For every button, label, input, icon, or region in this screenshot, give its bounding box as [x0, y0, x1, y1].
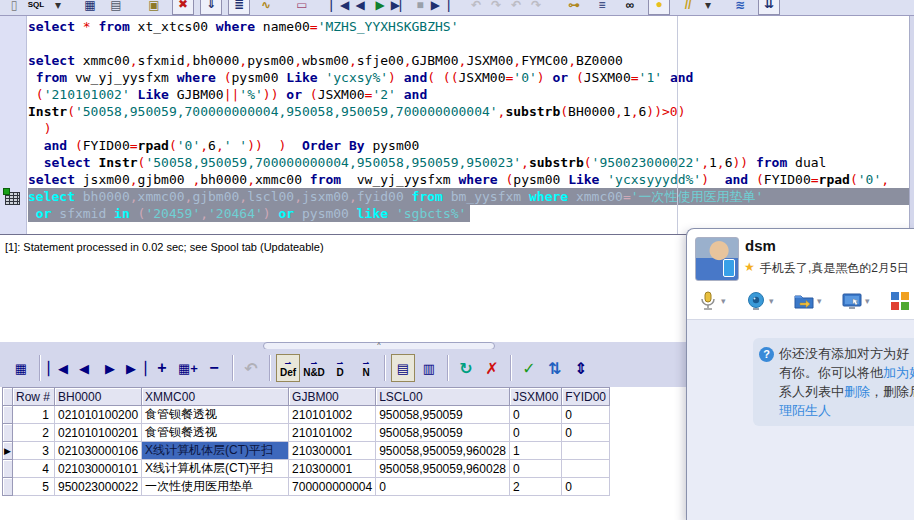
stop-errors-icon[interactable]: ✖: [172, 0, 194, 15]
prev-record-button[interactable]: ◀: [72, 354, 96, 382]
grid-cell[interactable]: 021010100200: [55, 406, 142, 424]
grid-cell[interactable]: 食管钡餐透视: [142, 424, 289, 442]
grid-cell[interactable]: 1: [13, 406, 55, 424]
insert-null-and-default-button[interactable]: ⇀N&D: [302, 354, 326, 382]
grid-cell[interactable]: 021030000106: [55, 442, 142, 460]
grid-cell[interactable]: [562, 442, 610, 460]
chat-link[interactable]: 加为好: [883, 365, 914, 380]
grid-column-header[interactable]: GJBM00: [289, 388, 376, 406]
avatar[interactable]: [695, 237, 739, 281]
fetch-last-icon[interactable]: ▶▕: [430, 0, 450, 15]
import-icon[interactable]: ⇓: [200, 0, 222, 15]
insert-default-button[interactable]: ⇀Def: [276, 354, 300, 382]
caret-down-icon[interactable]: ▾: [865, 296, 879, 306]
row-selector[interactable]: [3, 460, 13, 478]
refresh-button[interactable]: ↻: [454, 354, 478, 382]
message-icon[interactable]: ▭: [292, 0, 312, 15]
apps-grid-icon[interactable]: [887, 288, 913, 314]
row-selector[interactable]: [3, 478, 13, 496]
grid-cell[interactable]: 食管钡餐透视: [142, 406, 289, 424]
redo-icon[interactable]: ↷: [486, 0, 506, 15]
caret-down-icon[interactable]: ▾: [48, 0, 68, 15]
insert-record-button[interactable]: +: [150, 354, 174, 382]
ddl-list-icon[interactable]: ≡: [592, 0, 612, 15]
print-icon[interactable]: ▤: [106, 0, 126, 15]
grid-column-header[interactable]: FYID00: [562, 388, 610, 406]
row-height-button[interactable]: ⇕: [569, 354, 593, 382]
grid-cell[interactable]: 0: [510, 424, 562, 442]
chat-link[interactable]: 理陌生人: [779, 403, 831, 418]
grid-cell[interactable]: 0: [562, 478, 610, 496]
grid-cell[interactable]: 4: [13, 460, 55, 478]
picture-icon[interactable]: ▣: [144, 0, 164, 15]
grid-cell[interactable]: 0: [510, 406, 562, 424]
sql-code[interactable]: select * from xt_xtcs00 where name00='MZ…: [28, 18, 914, 222]
grid-cell[interactable]: 1: [510, 442, 562, 460]
grid-column-header[interactable]: BH0000: [55, 388, 142, 406]
grid-cell[interactable]: 950058,950059: [376, 424, 510, 442]
grid-cell[interactable]: 0: [510, 460, 562, 478]
row-selector[interactable]: ▶: [3, 442, 13, 460]
redo-all-icon[interactable]: ↷: [526, 0, 546, 15]
undo-icon[interactable]: ↶: [466, 0, 486, 15]
editor-scrollbar[interactable]: [909, 16, 914, 234]
prev-row-icon[interactable]: ◀: [350, 0, 370, 15]
grid-column-header[interactable]: JSXM00: [510, 388, 562, 406]
grid-cell[interactable]: 021010100201: [55, 424, 142, 442]
next-record-button[interactable]: ▶: [98, 354, 122, 382]
grid-column-header[interactable]: XMMC00: [142, 388, 289, 406]
key-icon[interactable]: ⊶: [564, 0, 584, 15]
voice-call-icon[interactable]: [695, 288, 721, 314]
grid-column-header[interactable]: LSCL00: [376, 388, 510, 406]
save-icon[interactable]: ▦: [80, 0, 100, 15]
cancel-query-button[interactable]: ✗: [480, 354, 504, 382]
grid-cell[interactable]: 2: [510, 478, 562, 496]
database-icon[interactable]: ≋: [730, 0, 750, 15]
last-record-button[interactable]: ▶▕: [124, 354, 148, 382]
caret-down-icon[interactable]: ▾: [769, 296, 783, 306]
undo-edit-button[interactable]: ↶: [239, 354, 263, 382]
duplicate-record-button[interactable]: ▦+: [176, 354, 200, 382]
grid-view-button[interactable]: ▤: [391, 354, 415, 382]
delete-record-button[interactable]: −: [202, 354, 226, 382]
caret-down-icon[interactable]: ▾: [721, 296, 735, 306]
commit-button[interactable]: ✓: [517, 354, 541, 382]
next-page-icon[interactable]: ▶▏: [390, 0, 410, 15]
grid-cell[interactable]: [562, 460, 610, 478]
hint-icon[interactable]: ●: [648, 0, 670, 15]
caret-down-icon[interactable]: ▾: [817, 296, 831, 306]
new-sql-file-icon[interactable]: ▯: [4, 0, 24, 15]
grid-cell[interactable]: 0: [376, 478, 510, 496]
grid-cell[interactable]: 021030000101: [55, 460, 142, 478]
grid-cell[interactable]: 210300001: [289, 460, 376, 478]
grid-cell[interactable]: 210300001: [289, 442, 376, 460]
insert-null-button[interactable]: ⇀N: [354, 354, 378, 382]
grid-cell[interactable]: 0: [562, 424, 610, 442]
grid-cell[interactable]: 210101002: [289, 424, 376, 442]
grid-cell[interactable]: 210101002: [289, 406, 376, 424]
chat-link[interactable]: 删除: [844, 384, 870, 399]
grid-cell[interactable]: 950058,950059,960028: [376, 460, 510, 478]
row-selector[interactable]: [3, 424, 13, 442]
file-transfer-icon[interactable]: [791, 288, 817, 314]
grid-cell[interactable]: 一次性使用医用垫单: [142, 478, 289, 496]
find-icon[interactable]: ∞: [620, 0, 640, 15]
grid-cell[interactable]: 2: [13, 424, 55, 442]
grid-cell[interactable]: 0: [562, 406, 610, 424]
grid-cell[interactable]: 5: [13, 478, 55, 496]
comment-icon[interactable]: //: [678, 0, 698, 15]
grid-cell[interactable]: X线计算机体层(CT)平扫: [142, 460, 289, 478]
caret-down-icon[interactable]: ▾: [698, 0, 718, 15]
row-selector[interactable]: [3, 406, 13, 424]
video-call-icon[interactable]: [743, 288, 769, 314]
result-grid[interactable]: Row #BH0000XMMC00GJBM00LSCL00JSXM00FYID0…: [2, 387, 610, 496]
stop-fetch-icon[interactable]: ■: [410, 0, 430, 15]
grid-cell[interactable]: X线计算机体层(CT)平扫: [142, 442, 289, 460]
describe-icon[interactable]: ∿: [256, 0, 276, 15]
first-record-button[interactable]: ▏◀: [46, 354, 70, 382]
grid-cell[interactable]: 700000000004: [289, 478, 376, 496]
insert-default-only-button[interactable]: ⇀D: [328, 354, 352, 382]
spool-icon[interactable]: ≣: [228, 0, 250, 15]
undo-all-icon[interactable]: ↶: [506, 0, 526, 15]
rollback-button[interactable]: ⇅: [543, 354, 567, 382]
